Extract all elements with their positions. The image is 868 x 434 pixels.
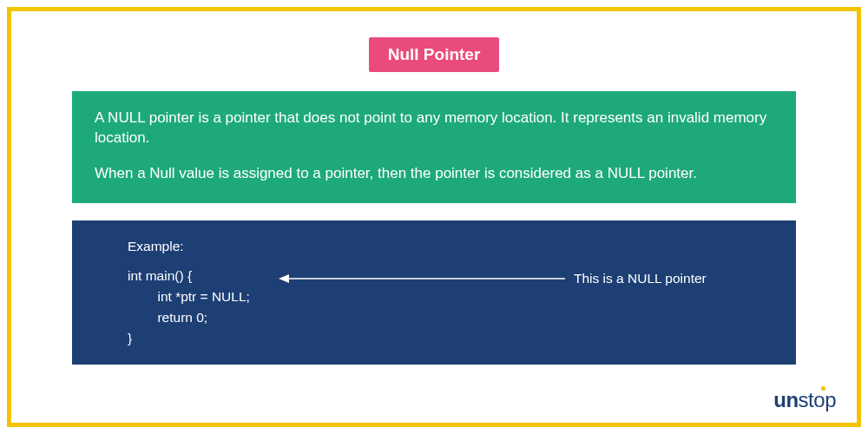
annotation-row: This is a NULL pointer bbox=[279, 270, 707, 287]
content-frame: Null Pointer A NULL pointer is a pointer… bbox=[7, 7, 861, 427]
outer-frame: Null Pointer A NULL pointer is a pointer… bbox=[0, 0, 868, 434]
arrow-left-icon bbox=[279, 273, 565, 285]
description-paragraph-2: When a Null value is assigned to a point… bbox=[95, 164, 773, 184]
logo-part-2: stop bbox=[799, 388, 836, 411]
logo-part-1: un bbox=[773, 388, 798, 411]
code-line-1: int main() { bbox=[128, 268, 192, 283]
description-block: A NULL pointer is a pointer that does no… bbox=[72, 91, 796, 203]
description-paragraph-1: A NULL pointer is a pointer that does no… bbox=[95, 108, 773, 148]
code-line-2: int *ptr = NULL; bbox=[128, 289, 250, 304]
example-block: Example: int main() { int *ptr = NULL; r… bbox=[72, 220, 796, 365]
title-badge: Null Pointer bbox=[369, 37, 500, 72]
code-line-4: } bbox=[128, 331, 132, 345]
logo: unstop bbox=[773, 388, 836, 412]
annotation-text: This is a NULL pointer bbox=[574, 268, 707, 289]
example-label: Example: bbox=[128, 236, 772, 257]
code-line-3: return 0; bbox=[128, 310, 207, 325]
svg-marker-1 bbox=[279, 274, 289, 283]
